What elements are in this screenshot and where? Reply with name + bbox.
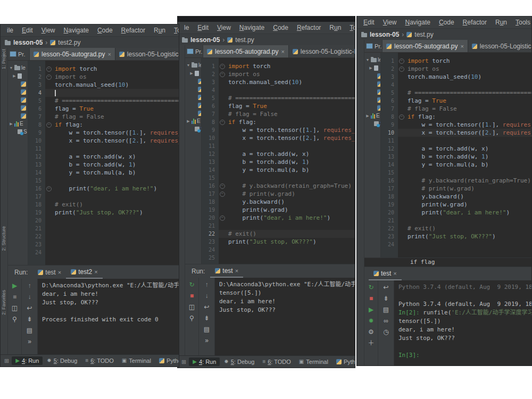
code-line-21[interactable]: 21 <box>381 217 531 225</box>
code-line-4[interactable]: 4 <box>28 89 179 97</box>
menu-item-ile[interactable]: ile <box>3 27 18 34</box>
tree-expand-arrow[interactable]: ▼ <box>365 58 370 62</box>
code-line-18[interactable]: 18# exit() <box>28 201 179 209</box>
status-item-terminal[interactable]: ▣Terminal <box>118 356 155 365</box>
project-tree-row[interactable]: ▼le <box>8 64 28 72</box>
fold-gutter[interactable]: − <box>219 62 226 70</box>
tab-close-icon[interactable]: × <box>460 43 463 49</box>
code-line-3[interactable]: 3torch.manual_seed(10) <box>28 81 179 89</box>
project-tree-row[interactable] <box>185 101 201 109</box>
tab-close-icon[interactable]: × <box>235 268 238 274</box>
editor-tab-lesson-05-logistic-reg[interactable]: lesson-05-Logistic-Reg <box>468 40 532 52</box>
stop-icon[interactable]: ■ <box>369 295 373 302</box>
tool-stripe-label-2-favorites[interactable]: 2: Favorites <box>1 290 6 315</box>
status-item-terminal[interactable]: ▣Terminal <box>295 358 332 366</box>
code-line-23[interactable]: 23print("Just stop, OK???") <box>381 232 531 240</box>
run-tab-test2[interactable]: test2× <box>66 265 102 279</box>
editor-tab-lesson-05-autograd-py[interactable]: lesson-05-autograd.py× <box>30 48 115 60</box>
code-line-5[interactable]: 5# =====================================… <box>28 97 179 105</box>
code-line-20[interactable]: 20 print("dear, i am here!") <box>381 209 531 217</box>
code-line-5[interactable]: 5# =====================================… <box>381 89 531 97</box>
code-line-9[interactable]: 9 w = torch.tensor([1.], requires_grad=T… <box>28 129 179 137</box>
project-tree-row[interactable]: ▶E <box>185 117 201 125</box>
project-tree-row[interactable] <box>185 93 201 101</box>
code-editor[interactable]: 1−import torch2−import os3torch.manual_s… <box>202 58 355 264</box>
code-line-15[interactable]: 15 <box>28 177 179 185</box>
tree-expand-arrow[interactable]: ▶ <box>365 114 370 118</box>
code-line-16[interactable]: 16 # y.backward(retain_graph=True) <box>381 177 531 185</box>
run-tab-test[interactable]: test× <box>33 265 66 279</box>
prev-occurrence-icon[interactable]: ↑ <box>205 281 209 288</box>
code-line-14[interactable]: 14 y = torch.mul(a, b) <box>202 166 355 174</box>
code-line-23[interactable]: 23print("Just stop, OK???") <box>202 238 355 246</box>
project-tree-row[interactable] <box>185 77 201 85</box>
code-line-2[interactable]: 2−import os <box>202 70 355 78</box>
project-panel-header[interactable]: Pr. <box>185 45 203 57</box>
code-line-1[interactable]: 1−import torch <box>28 65 179 73</box>
code-line-6[interactable]: 6flag = True <box>28 105 179 113</box>
more-options-icon[interactable]: » <box>28 338 31 345</box>
code-line-14[interactable]: 14 y = torch.mul(a, b) <box>28 169 179 177</box>
project-tree-row[interactable] <box>364 80 380 88</box>
fold-marker-icon[interactable]: − <box>46 74 52 80</box>
code-line-17[interactable]: 17 # print(w.grad) <box>381 185 531 193</box>
code-line-22[interactable]: 22# exit() <box>381 225 531 232</box>
rerun-icon[interactable]: ↻ <box>189 281 194 288</box>
fold-marker-icon[interactable]: − <box>220 72 225 77</box>
history-clock-icon[interactable]: ◷ <box>383 329 388 335</box>
menu-item-edit[interactable]: Edit <box>193 24 213 31</box>
code-line-8[interactable]: 8−if flag: <box>381 113 531 121</box>
rerun-icon[interactable]: ↻ <box>368 284 373 290</box>
tab-close-icon[interactable]: × <box>107 51 111 57</box>
breadcrumb-file[interactable]: test2.py <box>58 39 80 46</box>
code-line-17[interactable]: 17− # print(w.grad) <box>202 190 355 198</box>
add-console-icon[interactable]: ＋ <box>368 340 374 346</box>
fold-gutter[interactable]: − <box>398 113 405 121</box>
fold-marker-icon[interactable]: − <box>399 66 404 72</box>
code-line-9[interactable]: 9 w = torch.tensor([1.], requires_grad=T… <box>202 126 355 134</box>
scroll-to-end-icon[interactable]: ⇟ <box>27 316 32 322</box>
code-line-25[interactable]: 25 <box>202 254 355 262</box>
menu-item-edit[interactable]: Edit <box>359 19 379 26</box>
fold-gutter[interactable]: − <box>398 65 405 73</box>
code-line-7[interactable]: 7# flag = False <box>202 110 355 118</box>
fold-marker-icon[interactable]: − <box>399 114 404 120</box>
menu-item-tools[interactable]: Tools <box>511 19 532 26</box>
pin-icon[interactable]: ⚲ <box>189 315 194 321</box>
fold-gutter[interactable]: − <box>398 57 405 65</box>
project-tree-row[interactable] <box>364 72 380 80</box>
fold-marker-icon[interactable]: − <box>220 215 225 221</box>
soft-wrap-icon[interactable]: ↩ <box>383 284 388 290</box>
code-line-12[interactable]: 12 a = torch.add(w, x) <box>28 153 179 161</box>
tab-close-icon[interactable]: × <box>393 270 396 277</box>
code-line-13[interactable]: 13 b = torch.add(w, 1) <box>202 158 355 166</box>
code-line-6[interactable]: 6flag = True <box>381 97 531 105</box>
code-line-24[interactable]: 24 <box>202 246 355 254</box>
fold-marker-icon[interactable]: − <box>46 186 52 192</box>
code-line-7[interactable]: 7# flag = False <box>28 113 179 121</box>
tool-window-switcher-icon[interactable]: ⊞ <box>2 358 11 364</box>
code-line-12[interactable]: 12 a = torch.add(w, x) <box>202 150 355 158</box>
code-line-4[interactable]: 4 <box>202 86 355 94</box>
run-tab-test[interactable]: test× <box>210 264 243 278</box>
soft-wrap-icon[interactable]: ↩ <box>27 305 32 311</box>
project-tree-row[interactable] <box>8 112 28 120</box>
run-icon[interactable]: ▶ <box>12 282 17 289</box>
show-variables-icon[interactable]: ∞ <box>384 318 388 324</box>
fold-marker-icon[interactable]: − <box>220 192 225 197</box>
code-line-22[interactable]: 22# exit() <box>202 230 355 238</box>
project-tree-row[interactable]: S <box>364 120 380 128</box>
code-line-12[interactable]: 12 a = torch.add(w, x) <box>381 145 531 153</box>
status-item-python-consc[interactable]: Python Consc <box>332 358 355 366</box>
code-line-10[interactable]: 10 x = torch.tensor([2.], requires_grad=… <box>202 134 355 142</box>
code-line-10[interactable]: 10 x = torch.tensor([2.], requires_grad=… <box>28 137 179 145</box>
code-line-2[interactable]: 2−import os <box>28 73 179 81</box>
project-tree-row[interactable]: ▼le <box>185 61 201 69</box>
status-item-5-debug[interactable]: ✹5: Debug <box>43 356 81 365</box>
fold-marker-icon[interactable]: − <box>46 122 52 128</box>
project-tree-row[interactable] <box>8 80 28 88</box>
status-item-6-todo[interactable]: ≡6: TODO <box>81 356 117 365</box>
editor-tab-lesson-05-logistic-regre[interactable]: lesson-05-Logistic-Regre <box>289 45 355 57</box>
code-line-19[interactable]: 19 print(w.grad) <box>202 206 355 214</box>
fold-gutter[interactable]: − <box>219 118 226 126</box>
